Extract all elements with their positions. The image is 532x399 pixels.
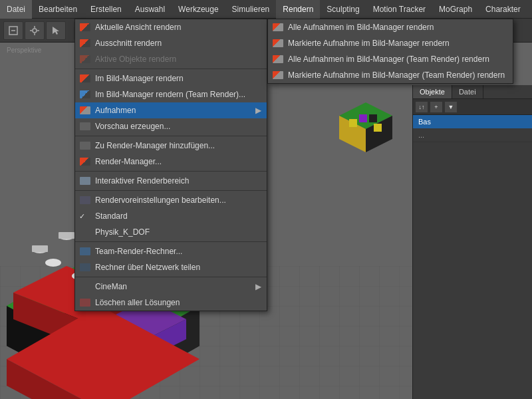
obj-btn-filter[interactable]: ▼ (444, 101, 458, 113)
toolbar-gear-btn[interactable] (25, 21, 45, 40)
rechner-netz-icon (79, 263, 91, 272)
svg-rect-30 (59, 232, 74, 239)
settings-icon (79, 196, 91, 205)
menu-item-render-manager-add[interactable]: Zu Render-Manager hinzufügen... (75, 138, 267, 154)
menu-item-rechner-netz[interactable]: Rechner über Netzwerk teilen (75, 259, 267, 275)
dropdown-rendern: Aktuelle Ansicht rendern Ausschnitt rend… (74, 19, 267, 311)
menu-charakter[interactable]: Charakter (479, 0, 527, 19)
menu-item-team-rechner[interactable]: Team-Render-Rechner... (75, 243, 267, 259)
menu-item-bild-manager-team[interactable]: Im Bild-Manager rendern (Team Render)... (75, 86, 267, 102)
obj-btn-2[interactable]: + (430, 101, 443, 113)
menu-mograph[interactable]: MoGraph (432, 0, 479, 19)
tab-datei[interactable]: Datei (452, 85, 483, 98)
separator-4 (75, 190, 267, 191)
aufnahmen-icon-1 (272, 23, 284, 32)
checkmark-icon: ✓ (79, 212, 85, 221)
submenu-arrow-2: ▶ (255, 282, 261, 291)
aufnahmen-item-2[interactable]: Markierte Aufnahme im Bild-Manager rende… (268, 35, 513, 51)
svg-point-25 (45, 259, 61, 267)
menubar: Datei Bearbeiten Erstellen Auswahl Werkz… (0, 0, 532, 19)
menu-item-bild-manager[interactable]: Im Bild-Manager rendern (75, 70, 267, 86)
aufnahmen-item-1[interactable]: Alle Aufnahmen im Bild-Manager rendern (268, 19, 513, 35)
render-icon-1 (79, 23, 91, 32)
menu-item-standard[interactable]: ✓ Standard (75, 208, 267, 224)
renderbereich-icon (79, 176, 91, 186)
right-panel: Objekte Datei ↓↑ + ▼ Bas ... (412, 85, 532, 399)
objekte-toolbar: ↓↑ + ▼ (413, 99, 532, 115)
menu-item-vorschau[interactable]: Vorschau erzeugen... (75, 118, 267, 134)
manager-icon (79, 157, 91, 166)
loeschen-icon (79, 298, 91, 307)
menu-erstellen[interactable]: Erstellen (84, 0, 128, 19)
bas-list-item[interactable]: Bas (413, 115, 532, 128)
svg-marker-7 (53, 27, 59, 35)
panel-tabs: Objekte Datei (413, 85, 532, 99)
menu-rendern[interactable]: Rendern (276, 0, 320, 19)
aufnahme-icon (79, 106, 91, 115)
menu-item-ausschnitt[interactable]: Ausschnitt rendern (75, 35, 267, 51)
aufnahmen-icon-2 (272, 39, 284, 48)
menu-item-aufnahmen[interactable]: Aufnahmen ▶ (75, 102, 267, 118)
menu-werkzeuge[interactable]: Werkzeuge (172, 0, 225, 19)
viewport-label: Perspektive (7, 46, 41, 54)
render-icon-4 (79, 74, 91, 83)
menu-datei[interactable]: Datei (0, 0, 32, 19)
toolbar-new-btn[interactable] (3, 21, 23, 40)
colored-cube (332, 96, 399, 156)
svg-rect-43 (359, 114, 367, 122)
menu-auswahl[interactable]: Auswahl (128, 0, 172, 19)
tab-objekte[interactable]: Objekte (413, 85, 452, 98)
menu-item-aktuelle-ansicht[interactable]: Aktuelle Ansicht rendern (75, 19, 267, 35)
menu-motion-tracker[interactable]: Motion Tracker (366, 0, 432, 19)
separator-3 (75, 171, 267, 172)
menu-item-aktive-objekte: Aktive Objekte rendern (75, 51, 267, 67)
menu-item-renderbereich[interactable]: Interaktiver Renderbereich (75, 173, 267, 189)
svg-rect-45 (374, 124, 382, 132)
menu-sculpting[interactable]: Sculpting (320, 0, 366, 19)
render-icon-3 (79, 55, 91, 64)
dropdown-aufnahmen: Alle Aufnahmen im Bild-Manager rendern M… (267, 19, 513, 84)
menu-simulieren[interactable]: Simulieren (225, 0, 277, 19)
toolbar-cursor-btn[interactable] (46, 21, 66, 40)
aufnahmen-icon-4 (272, 70, 284, 80)
aufnahmen-item-3[interactable]: Alle Aufnahmen im Bild-Manager (Team Ren… (268, 51, 513, 67)
menu-item-physik[interactable]: Physik_K_DOF (75, 224, 267, 240)
aufnahmen-item-4[interactable]: Markierte Aufnahme im Bild-Manager (Team… (268, 67, 513, 83)
menu-item-cineman[interactable]: CineMan ▶ (75, 279, 267, 295)
render-icon-2 (79, 39, 91, 48)
team-rechner-icon (79, 247, 91, 256)
aufnahmen-icon-3 (272, 55, 284, 64)
preview-icon (79, 122, 91, 131)
add-icon (79, 141, 91, 150)
separator-1 (75, 68, 267, 69)
svg-rect-44 (369, 114, 377, 122)
svg-rect-42 (349, 119, 357, 127)
menu-item-rendervorein[interactable]: Rendervoreinstellungen bearbeiten... (75, 192, 267, 208)
svg-rect-29 (32, 245, 48, 252)
menu-item-loeschen[interactable]: Löschen aller Lösungen (75, 295, 267, 311)
submenu-arrow-1: ▶ (255, 106, 261, 115)
separator-6 (75, 277, 267, 277)
layer-item[interactable]: ... (413, 128, 532, 142)
obj-btn-1[interactable]: ↓↑ (415, 101, 428, 113)
menu-pipeline[interactable]: Pipeline (527, 0, 532, 19)
separator-5 (75, 241, 267, 242)
svg-point-2 (33, 29, 37, 33)
menu-bearbeiten[interactable]: Bearbeiten (32, 0, 84, 19)
separator-2 (75, 136, 267, 136)
render-icon-5 (79, 90, 91, 99)
menu-item-render-manager[interactable]: Render-Manager... (75, 154, 267, 170)
